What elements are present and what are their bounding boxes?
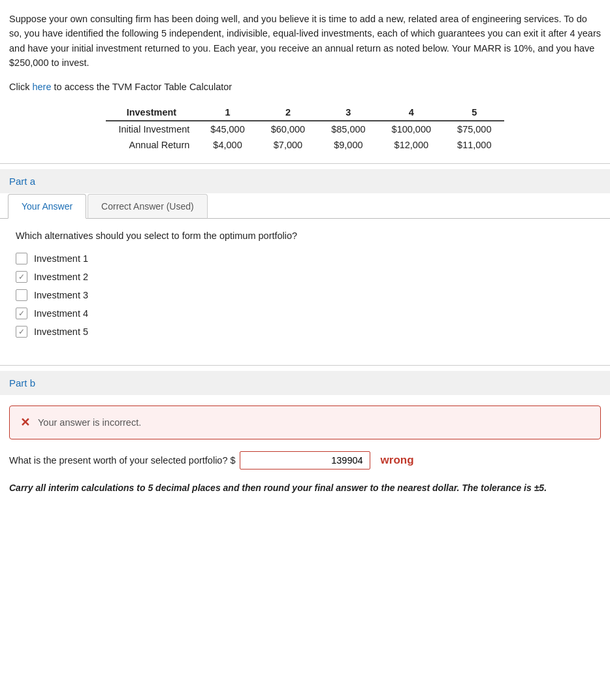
- initial-investment-label: Initial Investment: [106, 121, 198, 137]
- investment-4-label: Investment 4: [34, 308, 88, 319]
- checkbox-investment-2[interactable]: ✓: [16, 271, 27, 283]
- checkbox-investment-1[interactable]: [16, 253, 27, 264]
- tab-your-answer[interactable]: Your Answer: [8, 194, 86, 219]
- table-header-5: 5: [444, 104, 504, 121]
- table-row-annual: Annual Return $4,000 $7,000 $9,000 $12,0…: [106, 137, 505, 153]
- annual-return-1: $4,000: [197, 137, 257, 153]
- list-item-investment-5: ✓ Investment 5: [16, 326, 594, 338]
- checkbox-investment-5[interactable]: ✓: [16, 326, 27, 338]
- initial-investment-1: $45,000: [197, 121, 257, 137]
- table-row-initial: Initial Investment $45,000 $60,000 $85,0…: [106, 121, 505, 137]
- list-item-investment-2: ✓ Investment 2: [16, 271, 594, 283]
- checkmark-icon-4: ✓: [18, 310, 25, 317]
- initial-investment-5: $75,000: [444, 121, 504, 137]
- list-item-investment-1: Investment 1: [16, 253, 594, 264]
- checkmark-icon-5: ✓: [18, 328, 25, 336]
- initial-investment-3: $85,000: [318, 121, 378, 137]
- initial-investment-4: $100,000: [379, 121, 444, 137]
- error-x-icon: ✕: [20, 415, 30, 430]
- checkbox-investment-4[interactable]: ✓: [16, 308, 27, 319]
- investment-checkbox-list: Investment 1 ✓ Investment 2 Investment 3…: [16, 253, 594, 338]
- tvm-link-row: Click here to access the TVM Factor Tabl…: [0, 77, 610, 98]
- table-header-4: 4: [379, 104, 444, 121]
- table-header-2: 2: [258, 104, 318, 121]
- checkbox-investment-3[interactable]: [16, 289, 27, 301]
- present-worth-row: What is the present worth of your select…: [9, 451, 601, 469]
- investment-table: Investment 1 2 3 4 5 Initial Investment …: [106, 104, 505, 153]
- table-header-1: 1: [197, 104, 257, 121]
- click-prefix: Click: [9, 82, 32, 92]
- part-b-content: ✕ Your answer is incorrect. What is the …: [0, 395, 610, 509]
- carry-note: Carry all interim calculations to 5 deci…: [9, 481, 601, 496]
- table-header-investment: Investment: [106, 104, 198, 121]
- part-a-header: Part a: [0, 169, 610, 193]
- list-item-investment-4: ✓ Investment 4: [16, 308, 594, 319]
- tab-correct-answer[interactable]: Correct Answer (Used): [88, 194, 208, 219]
- annual-return-4: $12,000: [379, 137, 444, 153]
- table-header-3: 3: [318, 104, 378, 121]
- question-text: Which alternatives should you select to …: [16, 231, 594, 241]
- investment-2-label: Investment 2: [34, 272, 88, 282]
- annual-return-3: $9,000: [318, 137, 378, 153]
- checkmark-icon: ✓: [18, 273, 25, 281]
- error-box: ✕ Your answer is incorrect.: [9, 406, 601, 439]
- error-message: Your answer is incorrect.: [38, 417, 141, 428]
- tab-content-your-answer: Which alternatives should you select to …: [0, 219, 610, 360]
- divider-2: [0, 365, 610, 366]
- pw-input[interactable]: [240, 451, 370, 469]
- investment-3-label: Investment 3: [34, 290, 88, 300]
- list-item-investment-3: Investment 3: [16, 289, 594, 301]
- part-b-header: Part b: [0, 371, 610, 395]
- pw-label: What is the present worth of your select…: [9, 455, 236, 466]
- annual-return-2: $7,000: [258, 137, 318, 153]
- initial-investment-2: $60,000: [258, 121, 318, 137]
- investment-1-label: Investment 1: [34, 253, 88, 264]
- wrong-label: wrong: [381, 454, 414, 467]
- link-suffix: to access the TVM Factor Table Calculato…: [51, 82, 232, 92]
- investment-5-label: Investment 5: [34, 326, 88, 337]
- intro-text: Suppose your own consulting firm has bee…: [9, 12, 601, 71]
- annual-return-5: $11,000: [444, 137, 504, 153]
- divider-1: [0, 163, 610, 164]
- annual-return-label: Annual Return: [106, 137, 198, 153]
- tabs-container: Your Answer Correct Answer (Used): [0, 193, 610, 219]
- intro-section: Suppose your own consulting firm has bee…: [0, 0, 610, 77]
- tvm-link[interactable]: here: [32, 82, 51, 92]
